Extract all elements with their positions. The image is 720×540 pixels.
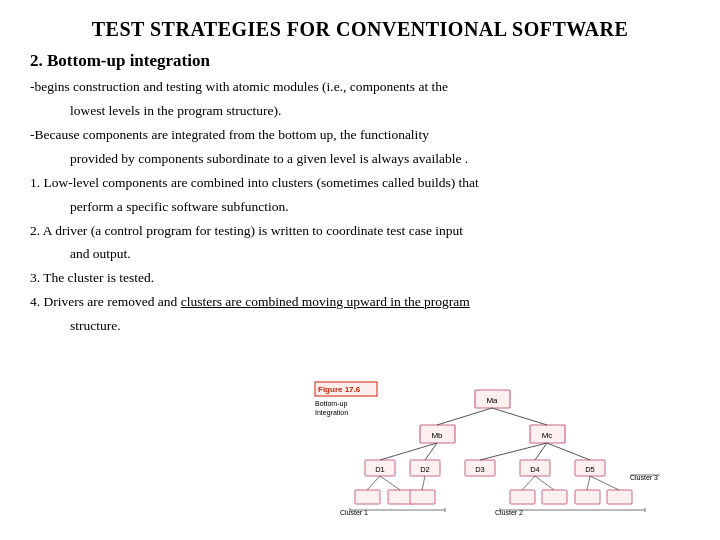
para-4b: and output. [30, 244, 690, 265]
para-2b: provided by components subordinate to a … [30, 149, 690, 170]
para-1b: lowest levels in the program structure). [30, 101, 690, 122]
svg-text:D1: D1 [375, 465, 385, 474]
svg-text:D5: D5 [585, 465, 595, 474]
svg-rect-29 [410, 490, 435, 504]
svg-line-38 [535, 476, 554, 490]
svg-rect-33 [510, 490, 535, 504]
svg-line-26 [547, 443, 590, 460]
svg-text:D3: D3 [475, 465, 485, 474]
svg-rect-35 [575, 490, 600, 504]
para-3: 1. Low-level components are combined int… [30, 173, 690, 194]
svg-text:D2: D2 [420, 465, 430, 474]
para-6: 4. Drivers are removed and clusters are … [30, 292, 690, 313]
para-3b: perform a specific software subfunction. [30, 197, 690, 218]
para-6b: structure. [30, 316, 690, 337]
page-container: TEST STRATEGIES FOR CONVENTIONAL SOFTWAR… [0, 0, 720, 540]
svg-line-30 [367, 476, 380, 490]
svg-text:Figure 17.6: Figure 17.6 [318, 385, 361, 394]
svg-line-11 [492, 408, 547, 425]
svg-rect-36 [607, 490, 632, 504]
svg-text:Ma: Ma [486, 396, 498, 405]
svg-rect-28 [388, 490, 413, 504]
svg-text:D4: D4 [530, 465, 540, 474]
svg-text:Mb: Mb [431, 431, 443, 440]
svg-text:Integration: Integration [315, 409, 348, 417]
content-area: -begins construction and testing with at… [30, 77, 690, 337]
para-5: 3. The cluster is tested. [30, 268, 690, 289]
svg-rect-34 [542, 490, 567, 504]
svg-line-32 [422, 476, 425, 490]
para-2: -Because components are integrated from … [30, 125, 690, 146]
section-title: 2. Bottom-up integration [30, 51, 690, 71]
underline-text: clusters are combined moving upward in t… [181, 294, 470, 309]
svg-line-31 [380, 476, 400, 490]
para-4: 2. A driver (a control program for testi… [30, 221, 690, 242]
svg-text:Mc: Mc [542, 431, 553, 440]
page-title: TEST STRATEGIES FOR CONVENTIONAL SOFTWAR… [30, 18, 690, 41]
svg-line-10 [437, 408, 492, 425]
diagram-svg: Figure 17.6 Bottom-up Integration Ma Mb … [310, 380, 700, 530]
para-1: -begins construction and testing with at… [30, 77, 690, 98]
svg-line-39 [587, 476, 590, 490]
svg-line-22 [380, 443, 437, 460]
svg-line-40 [590, 476, 619, 490]
diagram-area: Figure 17.6 Bottom-up Integration Ma Mb … [310, 380, 700, 530]
svg-text:Bottom-up: Bottom-up [315, 400, 347, 408]
svg-line-37 [522, 476, 535, 490]
svg-rect-27 [355, 490, 380, 504]
